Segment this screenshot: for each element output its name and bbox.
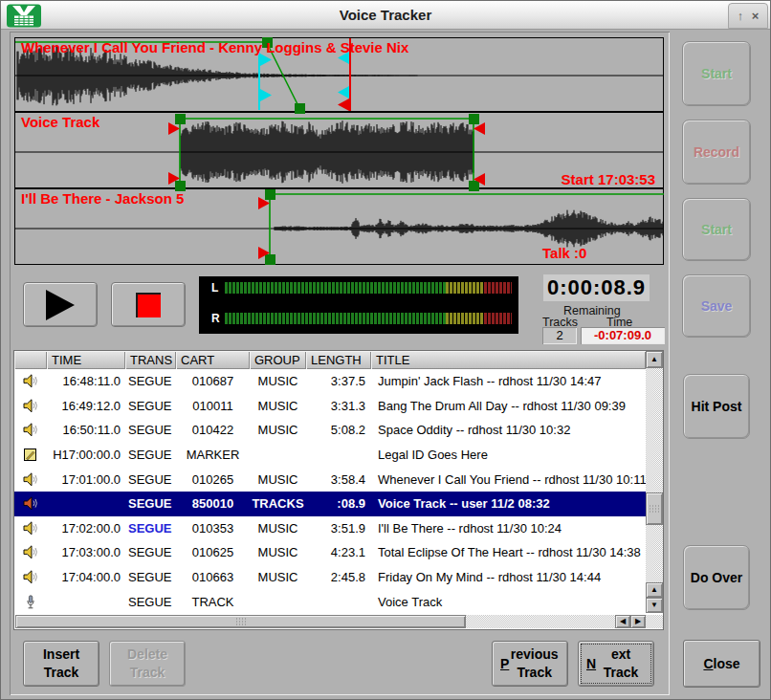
cell-length: 5:08.2: [306, 423, 371, 437]
cell-trans: SEGUE: [125, 423, 176, 437]
window-title: Voice Tracker: [1, 1, 770, 30]
cell-time: H17:00:00.0: [47, 448, 125, 462]
maximize-icon[interactable]: ↑: [738, 10, 744, 22]
cell-group: MUSIC: [250, 399, 306, 413]
table-row[interactable]: 16:48:11.0SEGUE010687MUSIC3:37.5Jumpin' …: [14, 369, 646, 394]
table-row[interactable]: 17:02:00.0SEGUE010353MUSIC3:51.9I'll Be …: [14, 516, 646, 541]
start-button-bottom[interactable]: Start: [682, 198, 751, 261]
right-arrow-icon: ▶: [635, 618, 641, 625]
waveform-track-3[interactable]: I'll Be There - Jackson 5 Talk :0: [14, 188, 664, 265]
table-row[interactable]: 17:01:00.0SEGUE010265MUSIC3:58.4Whenever…: [14, 467, 646, 492]
column-header[interactable]: TIME: [47, 351, 125, 369]
table-row[interactable]: SEGUETRACKVoice Track: [14, 589, 646, 614]
cell-title: Total Eclipse Of The Heart -- rdhost 11/…: [371, 545, 646, 559]
save-button[interactable]: Save: [682, 274, 751, 338]
hit-post-button[interactable]: Hit Post: [683, 374, 750, 439]
previous-track-button[interactable]: Previous Track: [492, 641, 568, 687]
cell-time: 16:50:11.0: [47, 423, 125, 437]
cell-cart: 010422: [176, 423, 250, 437]
meter-left-label: L: [211, 281, 218, 295]
log-table: TIMETRANSCARTGROUPLENGTHTITLE 16:48:11.0…: [13, 350, 664, 630]
speaker-icon: [14, 570, 47, 584]
waveform-track-1[interactable]: Whenever I Call You Friend - Kenny Loggi…: [14, 37, 664, 112]
waveform-track-2[interactable]: Voice Track Start 17:03:53: [14, 112, 664, 188]
cell-group: MUSIC: [250, 545, 306, 559]
cell-length: 3:37.5: [306, 374, 371, 388]
window-close-icon[interactable]: ×: [752, 10, 760, 22]
mic-icon: [14, 595, 47, 609]
cell-time: 17:02:00.0: [47, 521, 125, 536]
cell-cart: 010011: [176, 399, 250, 413]
track2-start-annotation: Start 17:03:53: [562, 171, 655, 187]
cell-title: Bang The Drum All Day -- rdhost 11/30 09…: [371, 399, 646, 413]
cell-group: MUSIC: [250, 521, 306, 536]
speaker-icon: [14, 472, 47, 487]
titlebar[interactable]: Voice Tracker ↑ ×: [1, 1, 770, 30]
cell-cart: 010663: [176, 570, 250, 584]
table-row[interactable]: 17:03:00.0SEGUE010625MUSIC4:23.1Total Ec…: [14, 540, 646, 565]
v-scrollbar-thumb[interactable]: [646, 492, 663, 525]
up-arrow-icon: ▲: [650, 586, 658, 594]
log-table-header[interactable]: TIMETRANSCARTGROUPLENGTHTITLE: [14, 351, 646, 369]
column-header[interactable]: LENGTH: [306, 351, 371, 369]
do-over-button[interactable]: Do Over: [683, 545, 750, 610]
delete-track-button[interactable]: Delete Track: [109, 641, 186, 687]
cell-group: MUSIC: [250, 472, 306, 487]
up-arrow-icon: ▲: [650, 356, 658, 363]
scroll-down-button[interactable]: ▼: [646, 598, 663, 613]
h-scrollbar-thumb[interactable]: [15, 615, 466, 628]
table-row[interactable]: 16:50:11.0SEGUE010422MUSIC5:08.2Space Od…: [14, 418, 646, 443]
cell-length: 2:45.8: [306, 570, 371, 584]
speaker-icon: [14, 399, 47, 413]
meter-right-bar: [225, 313, 512, 324]
column-header[interactable]: [14, 351, 47, 369]
play-button[interactable]: [23, 282, 98, 327]
cell-group: TRACKS: [250, 496, 306, 511]
column-header[interactable]: TRANS: [125, 351, 176, 369]
cell-length: 3:31.3: [306, 399, 371, 413]
scroll-left-button[interactable]: ◀: [615, 615, 630, 628]
cell-title: Voice Track: [371, 595, 646, 609]
column-header[interactable]: GROUP: [250, 351, 306, 369]
h-scrollbar-track[interactable]: [466, 615, 615, 628]
insert-track-button[interactable]: Insert Track: [23, 641, 99, 687]
v-scrollbar-track[interactable]: [646, 368, 663, 582]
table-row[interactable]: 17:04:00.0SEGUE010663MUSIC2:45.8Friday O…: [14, 565, 646, 590]
meter-right-label: R: [211, 312, 220, 325]
speaker-icon: [14, 374, 47, 388]
scroll-right-button[interactable]: ▶: [630, 615, 646, 628]
table-row[interactable]: H17:00:00.0SEGUEMARKERLegal ID Goes Here: [14, 443, 646, 468]
scroll-up-button[interactable]: ▲: [646, 351, 663, 368]
column-header[interactable]: CART: [176, 351, 250, 369]
elapsed-time-display: 0:00:08.9: [543, 274, 650, 301]
cell-title: Voice Track -- user 11/2 08:32: [371, 496, 646, 511]
voice-tracker-window: Voice Tracker ↑ × Whenever I Call You Fr…: [0, 0, 771, 700]
cell-trans: SEGUE: [125, 399, 176, 413]
start-button-top[interactable]: Start: [682, 41, 751, 106]
cell-trans: SEGUE: [125, 448, 176, 462]
next-track-button[interactable]: Next Track: [578, 641, 654, 687]
scroll-up-button-2[interactable]: ▲: [646, 582, 663, 598]
cell-title: Space Oddity -- rdhost 11/30 10:32: [371, 423, 646, 437]
left-arrow-icon: ◀: [620, 618, 626, 625]
cell-trans: SEGUE: [125, 595, 176, 609]
cell-trans: SEGUE: [125, 472, 176, 487]
track2-title: Voice Track: [21, 114, 99, 130]
close-button[interactable]: Close: [683, 640, 760, 688]
track3-talk-annotation: Talk :0: [542, 245, 586, 261]
speaker-icon: [14, 423, 47, 437]
stop-button[interactable]: [111, 282, 186, 327]
stop-icon: [136, 293, 161, 317]
window-controls: ↑ ×: [728, 3, 768, 29]
speaker-icon: [14, 545, 47, 559]
cell-title: Friday On My Mind -- rdhost 11/30 14:44: [371, 570, 646, 584]
table-row[interactable]: 16:49:12.0SEGUE010011MUSIC3:31.3Bang The…: [14, 394, 646, 419]
scrollbar-corner: [646, 615, 663, 628]
cell-group: MUSIC: [250, 423, 306, 437]
cell-cart: 850010: [176, 496, 250, 511]
table-row[interactable]: SEGUE850010TRACKS:08.9Voice Track -- use…: [14, 492, 646, 516]
record-button[interactable]: Record: [682, 120, 751, 185]
column-header[interactable]: TITLE: [371, 351, 646, 369]
cell-title: Jumpin' Jack Flash -- rdhost 11/30 14:47: [371, 374, 646, 388]
cell-trans: SEGUE: [125, 570, 176, 584]
